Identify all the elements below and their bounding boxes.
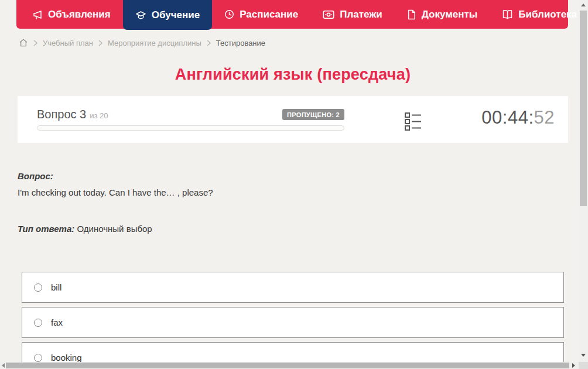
scroll-left-arrow-icon[interactable] <box>2 363 5 368</box>
nav-item-label: Документы <box>422 9 478 20</box>
option-label: bill <box>51 282 61 292</box>
answer-type-label: Тип ответа: <box>18 224 74 234</box>
megaphone-icon <box>32 9 43 20</box>
progress-bar <box>37 125 344 131</box>
breadcrumb-chevron-icon <box>98 40 102 46</box>
horizontal-scroll-thumb[interactable] <box>6 363 569 368</box>
nav-item-schedule[interactable]: Расписание <box>212 0 310 29</box>
breadcrumb-link-study-plan[interactable]: Учебный план <box>43 39 93 47</box>
question-text: I'm checking out today. Can I have the… … <box>18 186 545 199</box>
page-title: Английский язык (пересдача) <box>0 66 586 84</box>
nav-item-announcements[interactable]: Объявления <box>20 0 123 29</box>
horizontal-scrollbar[interactable] <box>0 362 579 369</box>
nav-item-label: Обучение <box>152 9 200 21</box>
nav-item-education[interactable]: Обучение <box>123 0 212 30</box>
vertical-scrollbar[interactable] <box>579 0 588 362</box>
clock-icon <box>224 9 234 19</box>
nav-item-label: Расписание <box>240 9 298 20</box>
breadcrumb-chevron-icon <box>33 40 37 46</box>
question-total: из 20 <box>90 111 108 120</box>
timer-seconds: 52 <box>534 107 555 128</box>
home-icon[interactable] <box>19 38 28 47</box>
question-progress-block: Вопрос 3из 20 ПРОПУЩЕНО: 2 <box>18 96 344 131</box>
answer-options: bill fax booking <box>22 272 564 369</box>
vertical-scroll-thumb[interactable] <box>580 11 587 206</box>
scroll-down-arrow-icon[interactable] <box>581 354 586 357</box>
radio-button[interactable] <box>34 354 42 362</box>
question-list-icon[interactable] <box>404 112 422 131</box>
answer-option-fax[interactable]: fax <box>22 307 564 338</box>
option-label: booking <box>51 353 82 363</box>
breadcrumb-link-discipline-event[interactable]: Мероприятие дисциплины <box>108 39 201 47</box>
scrollbar-corner <box>579 362 588 369</box>
answer-type: Тип ответа: Одиночный выбор <box>18 224 545 234</box>
nav-item-documents[interactable]: Документы <box>395 0 490 29</box>
book-icon <box>502 9 513 19</box>
timer-hours-minutes: 00:44: <box>481 107 534 128</box>
scroll-right-arrow-icon[interactable] <box>572 363 575 368</box>
graduation-cap-icon <box>135 10 146 20</box>
nav-item-label: Библиотека <box>518 9 577 20</box>
nav-item-label: Платежи <box>340 9 382 20</box>
nav-item-library[interactable]: Библиотека <box>490 0 588 29</box>
question-counter: Вопрос 3из 20 <box>37 108 108 121</box>
breadcrumb: Учебный план Мероприятие дисциплины Тест… <box>19 36 265 49</box>
answer-option-bill[interactable]: bill <box>22 272 564 303</box>
question-number: Вопрос 3 <box>37 108 86 121</box>
question-panel: Вопрос 3из 20 ПРОПУЩЕНО: 2 00:44:52 <box>18 96 568 143</box>
document-icon <box>407 9 416 20</box>
scroll-up-arrow-icon[interactable] <box>581 4 586 6</box>
question-label: Вопрос: <box>18 171 545 181</box>
cash-icon <box>323 10 334 19</box>
answer-type-value: Одиночный выбор <box>77 224 152 234</box>
question-body: Вопрос: I'm checking out today. Can I ha… <box>18 171 545 234</box>
timer: 00:44:52 <box>481 96 568 128</box>
breadcrumb-chevron-icon <box>207 40 211 46</box>
breadcrumb-current: Тестирование <box>216 39 265 47</box>
top-nav: Объявления Обучение Расписание Платежи <box>16 0 568 29</box>
nav-item-payments[interactable]: Платежи <box>310 0 395 29</box>
radio-button[interactable] <box>34 319 42 327</box>
option-label: fax <box>51 317 63 327</box>
radio-button[interactable] <box>34 283 42 292</box>
nav-item-label: Объявления <box>48 9 111 20</box>
page: Объявления Обучение Расписание Платежи <box>0 0 588 369</box>
skipped-badge: ПРОПУЩЕНО: 2 <box>282 109 344 120</box>
